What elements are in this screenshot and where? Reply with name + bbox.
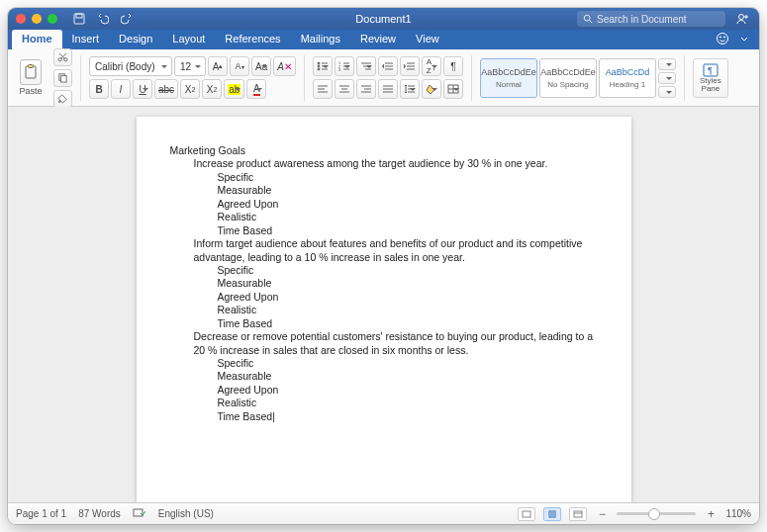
font-color-button[interactable]: A [246, 79, 266, 99]
spellcheck-icon[interactable] [133, 507, 146, 521]
bold-button[interactable]: B [89, 79, 109, 99]
tab-layout[interactable]: Layout [162, 30, 215, 49]
styles-more[interactable] [658, 86, 676, 98]
superscript-button[interactable]: X2 [202, 79, 222, 99]
tab-view[interactable]: View [406, 30, 449, 49]
highlight-button[interactable]: ab [224, 79, 244, 99]
status-page[interactable]: Page 1 of 1 [16, 508, 66, 519]
svg-point-8 [719, 37, 720, 38]
document-title: Document1 [355, 13, 411, 25]
tab-design[interactable]: Design [109, 30, 162, 49]
clipboard-group: Paste [14, 56, 48, 100]
tab-references[interactable]: References [215, 30, 290, 49]
svg-rect-62 [549, 511, 555, 517]
status-words[interactable]: 87 Words [78, 508, 121, 519]
copy-button[interactable] [53, 69, 72, 87]
sort-button[interactable]: AZ↓ [422, 56, 441, 76]
svg-text:3: 3 [338, 67, 341, 71]
zoom-slider[interactable] [617, 512, 696, 515]
decrease-indent-button[interactable] [378, 56, 398, 76]
zoom-window-button[interactable] [48, 14, 57, 24]
align-left-button[interactable] [313, 79, 333, 99]
tab-review[interactable]: Review [350, 30, 406, 49]
goal-text: Inform target audience about features an… [194, 237, 602, 264]
goal-text: Decrease or remove potential customers' … [194, 330, 602, 357]
clear-formatting-button[interactable]: A✕ [273, 56, 296, 76]
feedback-icon[interactable] [716, 32, 729, 47]
zoom-level[interactable]: 110% [725, 508, 751, 519]
svg-point-4 [739, 15, 744, 20]
decrease-font-button[interactable]: A▾ [230, 56, 249, 76]
line-spacing-button[interactable] [400, 79, 420, 99]
italic-button[interactable]: I [111, 79, 131, 99]
save-icon[interactable] [71, 11, 87, 27]
status-bar: Page 1 of 1 87 Words English (US) − + 11… [8, 502, 759, 524]
styles-scroll-down[interactable] [658, 72, 676, 84]
svg-line-3 [590, 21, 593, 24]
svg-rect-1 [76, 14, 82, 18]
zoom-in-button[interactable]: + [704, 507, 718, 521]
cut-button[interactable] [53, 48, 72, 66]
search-box[interactable] [577, 11, 725, 27]
criteria-item: Specific [218, 357, 602, 370]
align-right-button[interactable] [356, 79, 376, 99]
bullets-button[interactable] [313, 56, 333, 76]
criteria-item: Specific [218, 264, 602, 277]
increase-indent-button[interactable] [400, 56, 420, 76]
justify-button[interactable] [378, 79, 398, 99]
criteria-item: Time Based [218, 224, 602, 237]
share-icon[interactable] [733, 10, 751, 28]
collapse-ribbon-icon[interactable] [739, 34, 749, 45]
minimize-window-button[interactable] [32, 14, 42, 24]
criteria-item: Agreed Upon [218, 291, 602, 304]
strikethrough-button[interactable]: abc [154, 79, 178, 99]
subscript-button[interactable]: X2 [180, 79, 200, 99]
redo-icon[interactable] [119, 11, 135, 27]
view-print-button[interactable] [543, 507, 561, 521]
quick-access-toolbar [71, 11, 135, 27]
font-size-combo[interactable]: 12 [174, 56, 206, 76]
multilevel-list-button[interactable] [356, 56, 376, 76]
criteria-item: Measurable [218, 184, 602, 197]
format-painter-button[interactable] [53, 90, 72, 108]
view-web-button[interactable] [569, 507, 587, 521]
numbering-button[interactable]: 123 [335, 56, 354, 76]
styles-scroll-up[interactable] [658, 58, 676, 70]
search-input[interactable] [593, 13, 719, 26]
styles-pane-label: Styles Pane [694, 77, 727, 93]
status-language[interactable]: English (US) [158, 508, 214, 519]
close-window-button[interactable] [16, 14, 26, 24]
increase-font-button[interactable]: A▴ [208, 56, 228, 76]
svg-rect-60 [134, 509, 143, 516]
svg-point-19 [318, 62, 320, 64]
tab-mailings[interactable]: Mailings [291, 30, 350, 49]
document-area[interactable]: Marketing Goals Increase product awarene… [8, 107, 759, 502]
shading-button[interactable] [422, 79, 441, 99]
styles-pane-button[interactable]: ¶ Styles Pane [693, 58, 728, 98]
view-focus-button[interactable] [518, 507, 535, 521]
window-controls [16, 14, 57, 24]
borders-button[interactable] [443, 79, 463, 99]
font-name-combo[interactable]: Calibri (Body) [89, 56, 172, 76]
tab-home[interactable]: Home [12, 30, 62, 49]
criteria-item: Realistic [218, 211, 602, 223]
criteria-item: Realistic [218, 397, 602, 409]
show-marks-button[interactable]: ¶ [443, 56, 463, 76]
doc-heading: Marketing Goals [170, 144, 602, 157]
style-no-spacing[interactable]: AaBbCcDdEe No Spacing [539, 58, 597, 98]
svg-point-21 [318, 65, 320, 67]
svg-point-23 [318, 68, 320, 70]
underline-button[interactable]: U [133, 79, 152, 99]
change-case-button[interactable]: Aa [251, 56, 271, 76]
paste-button[interactable]: Paste [14, 56, 48, 100]
tab-insert[interactable]: Insert [62, 30, 110, 49]
zoom-out-button[interactable]: − [595, 507, 609, 521]
document-page[interactable]: Marketing Goals Increase product awarene… [137, 117, 631, 502]
paste-label: Paste [19, 86, 42, 96]
align-center-button[interactable] [335, 79, 354, 99]
titlebar: Document1 [8, 8, 759, 30]
undo-icon[interactable] [95, 11, 111, 27]
style-heading-1[interactable]: AaBbCcDd Heading 1 [599, 58, 656, 98]
style-normal[interactable]: AaBbCcDdEe Normal [480, 58, 537, 98]
criteria-item: Agreed Upon [218, 384, 602, 397]
